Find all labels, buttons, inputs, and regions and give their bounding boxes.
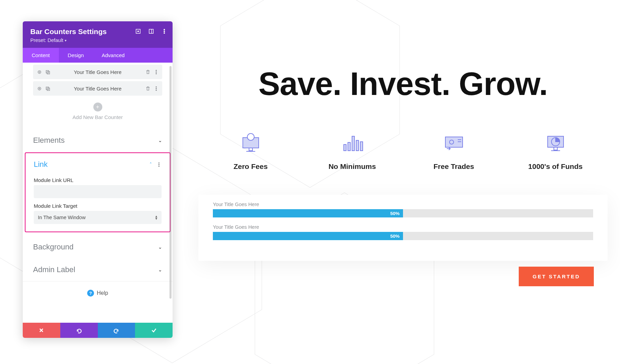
money-card-icon — [416, 130, 492, 156]
bar-item-label: Your Title Goes Here — [50, 69, 145, 75]
svg-point-15 — [39, 88, 40, 89]
expand-icon[interactable] — [135, 29, 141, 34]
svg-rect-2 — [149, 29, 153, 33]
bar-item-row[interactable]: Your Title Goes Here — [33, 65, 162, 79]
help-row[interactable]: ? Help — [23, 281, 173, 306]
chevron-down-icon: ⌄ — [158, 138, 162, 143]
svg-point-14 — [38, 87, 41, 90]
svg-point-6 — [164, 33, 165, 34]
more-icon[interactable] — [153, 86, 159, 91]
feature-no-minimums: No Minimums — [314, 130, 390, 171]
features: Zero Fees No Minimums Free Trades 1000's… — [186, 130, 620, 181]
monitor-user-icon — [213, 130, 289, 156]
panel-header: Bar Counters Settings Preset: Default ▾ — [23, 21, 173, 48]
section-admin-label[interactable]: Admin Label ⌄ — [23, 258, 173, 281]
gear-icon[interactable] — [37, 86, 42, 91]
bar-counter-track: 50% — [213, 232, 593, 240]
headline: Save. Invest. Grow. — [186, 65, 620, 103]
chevron-up-icon: ˄ — [149, 162, 152, 167]
svg-point-8 — [39, 72, 40, 73]
pie-monitor-icon — [518, 130, 593, 156]
svg-rect-16 — [46, 87, 49, 89]
scrollbar[interactable] — [169, 66, 172, 299]
snap-icon[interactable] — [148, 29, 154, 34]
section-link: Link ˄ Module Link URL Module Link Targe… — [25, 152, 170, 232]
svg-point-7 — [38, 71, 41, 73]
bar-counter-title: Your Title Goes Here — [213, 224, 593, 230]
link-url-input[interactable] — [34, 185, 162, 198]
section-elements[interactable]: Elements ⌄ — [23, 129, 173, 152]
feature-funds: 1000's of Funds — [518, 130, 593, 171]
svg-point-18 — [156, 86, 156, 87]
bar-item-label: Your Title Goes Here — [50, 86, 145, 92]
panel-footer — [23, 323, 173, 338]
section-link-header[interactable]: Link ˄ — [34, 153, 162, 172]
link-target-select[interactable]: In The Same Window ▴▾ — [34, 211, 162, 224]
chevron-down-icon: ⌄ — [158, 244, 162, 250]
add-button[interactable]: + — [93, 103, 102, 111]
help-icon: ? — [87, 290, 94, 297]
bar-item-row[interactable]: Your Title Goes Here — [33, 81, 162, 96]
save-button[interactable] — [135, 323, 173, 338]
svg-rect-28 — [249, 148, 252, 151]
add-new-bar: + Add New Bar Counter — [23, 103, 173, 120]
link-target-label: Module Link Target — [34, 203, 162, 209]
svg-point-20 — [156, 90, 156, 90]
svg-point-13 — [156, 73, 156, 74]
svg-rect-41 — [554, 147, 557, 150]
more-icon[interactable] — [153, 69, 159, 75]
undo-button[interactable] — [60, 323, 98, 338]
trash-icon[interactable] — [145, 86, 151, 91]
panel-body: Your Title Goes Here Your Title Goes Her… — [23, 63, 173, 323]
svg-rect-17 — [47, 88, 50, 90]
trash-icon[interactable] — [145, 69, 151, 75]
svg-point-27 — [247, 133, 254, 140]
cancel-button[interactable] — [23, 323, 60, 338]
svg-point-4 — [164, 29, 165, 30]
select-arrows-icon: ▴▾ — [155, 215, 157, 220]
bar-counter-fill: 50% — [213, 209, 403, 217]
settings-panel: Bar Counters Settings Preset: Default ▾ … — [23, 21, 173, 338]
svg-rect-30 — [344, 144, 346, 151]
page-preview: Save. Invest. Grow. Zero Fees No Minimum… — [186, 0, 620, 364]
bar-counter-track: 50% — [213, 209, 593, 217]
more-icon[interactable] — [156, 162, 162, 167]
svg-point-5 — [164, 31, 165, 32]
tab-advanced[interactable]: Advanced — [93, 48, 134, 63]
chevron-down-icon: ⌄ — [158, 267, 162, 272]
duplicate-icon[interactable] — [45, 86, 50, 91]
add-label: Add New Bar Counter — [23, 114, 173, 120]
svg-point-23 — [158, 166, 159, 167]
preset-selector[interactable]: Preset: Default ▾ — [30, 38, 165, 43]
tab-design[interactable]: Design — [59, 48, 93, 63]
svg-point-11 — [156, 70, 156, 71]
bar-counter-fill: 50% — [213, 232, 403, 240]
svg-rect-31 — [348, 142, 350, 151]
feature-zero-fees: Zero Fees — [213, 130, 289, 171]
redo-button[interactable] — [98, 323, 135, 338]
svg-rect-9 — [46, 70, 49, 73]
bar-counter-title: Your Title Goes Here — [213, 202, 593, 207]
svg-point-1 — [138, 31, 139, 32]
svg-point-21 — [158, 162, 159, 163]
svg-point-22 — [158, 164, 159, 165]
svg-rect-10 — [47, 71, 50, 74]
caret-down-icon: ▾ — [65, 39, 66, 42]
svg-rect-32 — [352, 136, 354, 151]
get-started-button[interactable]: GET STARTED — [519, 267, 594, 286]
svg-rect-34 — [360, 142, 363, 151]
bar-chart-icon — [314, 130, 390, 156]
bar-counters-preview: Your Title Goes Here 50% Your Title Goes… — [198, 195, 608, 261]
link-url-label: Module Link URL — [34, 177, 162, 183]
tab-content[interactable]: Content — [23, 48, 59, 63]
gear-icon[interactable] — [37, 69, 42, 75]
svg-point-12 — [156, 72, 156, 72]
feature-free-trades: Free Trades — [416, 130, 492, 171]
svg-rect-33 — [356, 140, 359, 151]
tabs: Content Design Advanced — [23, 48, 173, 63]
duplicate-icon[interactable] — [45, 69, 50, 75]
svg-point-19 — [156, 88, 156, 89]
section-background[interactable]: Background ⌄ — [23, 236, 173, 258]
more-icon[interactable] — [162, 29, 167, 34]
